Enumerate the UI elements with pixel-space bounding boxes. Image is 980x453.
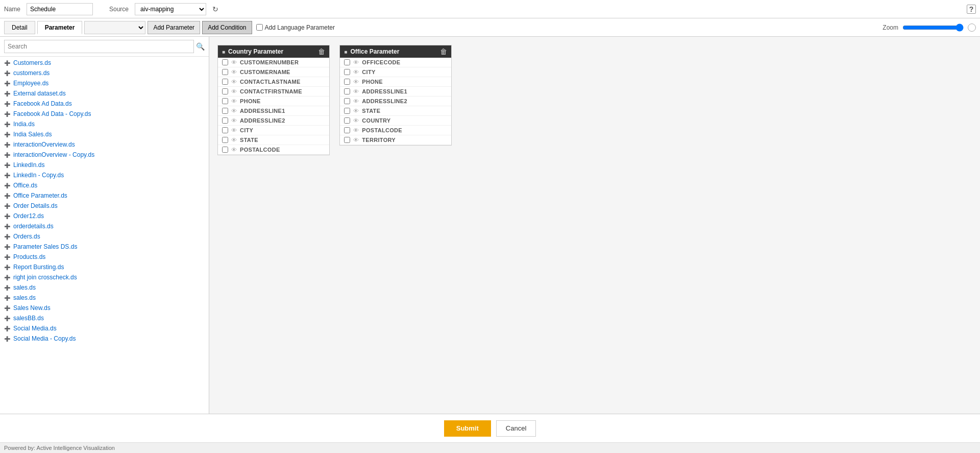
list-item[interactable]: ➕orderdetails.ds [0, 221, 209, 231]
eye-icon[interactable]: 👁 [231, 147, 237, 153]
list-item[interactable]: ➕Orders.ds [0, 231, 209, 242]
tab-detail[interactable]: Detail [4, 21, 35, 34]
dataset-link[interactable]: LinkedIn - Copy.ds [13, 172, 64, 179]
list-item[interactable]: ➕Social Media - Copy.ds [0, 333, 209, 344]
list-item[interactable]: ➕sales.ds [0, 293, 209, 303]
submit-button[interactable]: Submit [444, 420, 491, 437]
list-item[interactable]: ➕Social Media.ds [0, 323, 209, 333]
field-checkbox[interactable] [222, 98, 228, 104]
list-item[interactable]: ➕right join crosscheck.ds [0, 272, 209, 282]
field-checkbox[interactable] [222, 69, 228, 75]
list-item[interactable]: ➕LinkedIn.ds [0, 160, 209, 170]
dataset-link[interactable]: India.ds [13, 121, 35, 128]
list-item[interactable]: ➕Order Details.ds [0, 201, 209, 211]
field-checkbox[interactable] [344, 59, 350, 65]
eye-icon[interactable]: 👁 [231, 137, 237, 143]
add-parameter-button[interactable]: Add Parameter [148, 21, 200, 34]
dataset-link[interactable]: customers.ds [13, 69, 50, 77]
field-checkbox[interactable] [222, 137, 228, 143]
list-item[interactable]: ➕customers.ds [0, 68, 209, 78]
eye-icon[interactable]: 👁 [231, 59, 237, 65]
eye-icon[interactable]: 👁 [353, 79, 359, 85]
list-item[interactable]: ➕Parameter Sales DS.ds [0, 242, 209, 252]
list-item[interactable]: ➕Order12.ds [0, 211, 209, 221]
dataset-link[interactable]: Facebook Ad Data - Copy.ds [13, 110, 91, 117]
eye-icon[interactable]: 👁 [353, 69, 359, 75]
add-condition-button[interactable]: Add Condition [202, 21, 252, 34]
dataset-link[interactable]: External dataset.ds [13, 90, 66, 97]
list-item[interactable]: ➕interactionOverview - Copy.ds [0, 150, 209, 160]
list-item[interactable]: ➕Office.ds [0, 180, 209, 190]
dataset-link[interactable]: Order Details.ds [13, 202, 58, 209]
dataset-link[interactable]: Office.ds [13, 182, 37, 189]
list-item[interactable]: ➕Sales New.ds [0, 303, 209, 313]
add-language-parameter-label[interactable]: Add Language Parameter [256, 24, 335, 31]
list-item[interactable]: ➕Facebook Ad Data.ds [0, 99, 209, 109]
dataset-link[interactable]: Employee.ds [13, 80, 48, 87]
eye-icon[interactable]: 👁 [353, 108, 359, 114]
dataset-link[interactable]: sales.ds [13, 294, 36, 301]
dataset-link[interactable]: Social Media.ds [13, 325, 57, 332]
list-item[interactable]: ➕Products.ds [0, 252, 209, 262]
dataset-link[interactable]: interactionOverview - Copy.ds [13, 151, 94, 158]
eye-icon[interactable]: 👁 [353, 88, 359, 94]
field-checkbox[interactable] [222, 108, 228, 114]
dataset-link[interactable]: sales.ds [13, 284, 36, 291]
list-item[interactable]: ➕sales.ds [0, 282, 209, 293]
eye-icon[interactable]: 👁 [353, 98, 359, 104]
help-icon[interactable]: ? [967, 5, 976, 14]
dataset-link[interactable]: Order12.ds [13, 212, 44, 220]
dataset-link[interactable]: Sales New.ds [13, 304, 51, 312]
field-checkbox[interactable] [222, 127, 228, 133]
cancel-button[interactable]: Cancel [496, 420, 536, 437]
dataset-link[interactable]: Products.ds [13, 253, 45, 260]
list-item[interactable]: ➕salesBB.ds [0, 313, 209, 323]
dataset-link[interactable]: salesBB.ds [13, 315, 44, 322]
office-param-delete-icon[interactable]: 🗑 [440, 47, 447, 56]
search-icon[interactable]: 🔍 [196, 42, 205, 51]
eye-icon[interactable]: 👁 [231, 69, 237, 75]
eye-icon[interactable]: 👁 [231, 98, 237, 104]
list-item[interactable]: ➕Customers.ds [0, 58, 209, 68]
list-item[interactable]: ➕External dataset.ds [0, 88, 209, 99]
field-checkbox[interactable] [344, 88, 350, 94]
list-item[interactable]: ➕Facebook Ad Data - Copy.ds [0, 109, 209, 119]
field-checkbox[interactable] [344, 79, 350, 85]
dataset-link[interactable]: Facebook Ad Data.ds [13, 100, 72, 107]
eye-icon[interactable]: 👁 [353, 59, 359, 65]
lang-checkbox-input[interactable] [256, 24, 263, 31]
field-checkbox[interactable] [344, 108, 350, 114]
list-item[interactable]: ➕Report Bursting.ds [0, 262, 209, 272]
dataset-link[interactable]: Orders.ds [13, 233, 40, 240]
refresh-icon[interactable]: ↻ [212, 5, 218, 13]
tab-parameter[interactable]: Parameter [37, 21, 83, 34]
dataset-link[interactable]: right join crosscheck.ds [13, 274, 77, 281]
dataset-link[interactable]: orderdetails.ds [13, 223, 54, 230]
eye-icon[interactable]: 👁 [231, 79, 237, 85]
field-checkbox[interactable] [344, 137, 350, 143]
eye-icon[interactable]: 👁 [353, 117, 359, 124]
eye-icon[interactable]: 👁 [231, 108, 237, 114]
list-item[interactable]: ➕India Sales.ds [0, 129, 209, 139]
dataset-link[interactable]: Social Media - Copy.ds [13, 335, 76, 342]
eye-icon[interactable]: 👁 [231, 117, 237, 124]
eye-icon[interactable]: 👁 [353, 137, 359, 143]
eye-icon[interactable]: 👁 [231, 127, 237, 133]
list-item[interactable]: ➕interactionOverview.ds [0, 139, 209, 150]
field-checkbox[interactable] [344, 69, 350, 75]
list-item[interactable]: ➕Employee.ds [0, 78, 209, 88]
search-input[interactable] [4, 40, 194, 53]
eye-icon[interactable]: 👁 [353, 127, 359, 133]
zoom-slider[interactable] [902, 23, 964, 32]
dataset-link[interactable]: Customers.ds [13, 59, 51, 66]
list-item[interactable]: ➕LinkedIn - Copy.ds [0, 170, 209, 180]
list-item[interactable]: ➕India.ds [0, 119, 209, 129]
tab-dropdown[interactable] [84, 21, 145, 34]
country-param-delete-icon[interactable]: 🗑 [318, 47, 325, 56]
eye-icon[interactable]: 👁 [231, 88, 237, 94]
list-item[interactable]: ➕Office Parameter.ds [0, 190, 209, 201]
source-select[interactable]: aiv-mapping [135, 3, 206, 15]
field-checkbox[interactable] [222, 88, 228, 94]
field-checkbox[interactable] [222, 117, 228, 124]
dataset-link[interactable]: Report Bursting.ds [13, 264, 64, 271]
